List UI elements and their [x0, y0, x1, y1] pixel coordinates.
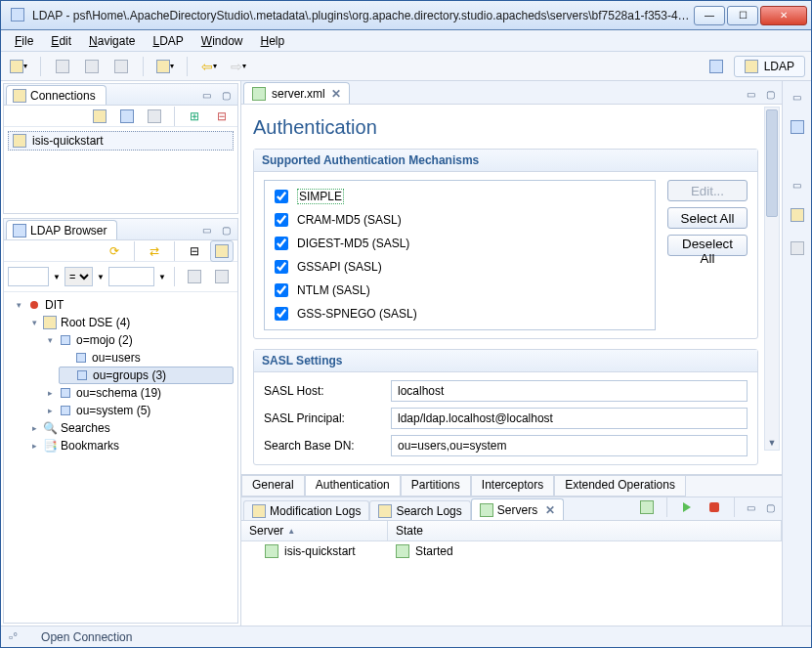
- server-row[interactable]: isis-quickstart Started: [241, 541, 782, 561]
- page-tab-partitions[interactable]: Partitions: [401, 476, 471, 497]
- minimize-view-icon[interactable]: ▭: [198, 87, 214, 103]
- mech-checkbox[interactable]: [275, 213, 288, 227]
- nav-back-button[interactable]: ⇦▾: [197, 56, 221, 77]
- new-connection-button[interactable]: [88, 106, 111, 127]
- link-editor-button[interactable]: ⇄: [143, 240, 166, 262]
- mech-item[interactable]: DIGEST-MD5 (SASL): [271, 234, 649, 253]
- filter-clear-button[interactable]: [210, 266, 234, 287]
- tree-node-searches[interactable]: ▸ 🔍 Searches: [27, 419, 234, 437]
- close-button[interactable]: ✕: [760, 6, 807, 25]
- restore-icon[interactable]: ▭: [790, 177, 805, 193]
- connections-tab[interactable]: Connections: [6, 85, 107, 105]
- page-tab-authentication[interactable]: Authentication: [305, 476, 401, 497]
- mech-checklist[interactable]: SIMPLE CRAM-MD5 (SASL) DIGEST-MD5 (SASL)…: [264, 180, 656, 330]
- minimize-button[interactable]: —: [694, 6, 725, 25]
- mech-checkbox[interactable]: [275, 260, 288, 274]
- open-perspective-button[interactable]: [705, 56, 728, 77]
- maximize-editor-icon[interactable]: ▢: [762, 86, 778, 102]
- sasl-host-input[interactable]: [391, 380, 748, 402]
- new-button[interactable]: ▾: [7, 56, 30, 77]
- filter-op-select[interactable]: =: [64, 267, 93, 286]
- editor-tab-serverxml[interactable]: server.xml ✕: [243, 82, 350, 104]
- mech-item[interactable]: GSS-SPNEGO (SASL): [271, 304, 649, 324]
- mech-item[interactable]: NTLM (SASL): [271, 281, 649, 300]
- tree-node[interactable]: ou=users: [59, 349, 234, 367]
- tab-search-logs[interactable]: Search Logs: [369, 500, 470, 520]
- tree-node-bookmarks[interactable]: ▸ 📑 Bookmarks: [27, 437, 234, 454]
- page-tab-general[interactable]: General: [241, 476, 305, 497]
- open-connection-button[interactable]: [115, 106, 139, 127]
- mech-checkbox[interactable]: [275, 190, 288, 203]
- menu-ldap[interactable]: LDAP: [145, 32, 191, 50]
- mech-checkbox[interactable]: [275, 237, 288, 250]
- restore-icon[interactable]: ▭: [790, 89, 805, 105]
- connections-list[interactable]: isis-quickstart: [4, 127, 237, 213]
- mech-checkbox[interactable]: [275, 283, 288, 297]
- ldap-browser-tab[interactable]: LDAP Browser: [6, 220, 117, 239]
- filter-apply-button[interactable]: [183, 266, 206, 287]
- show-dit-button[interactable]: [210, 240, 234, 262]
- progress-button[interactable]: [786, 204, 809, 226]
- servers-table[interactable]: Server ▲ State isis-quickstart Started: [241, 521, 782, 626]
- scroll-down-icon[interactable]: ▼: [765, 436, 779, 450]
- perspective-ldap[interactable]: LDAP: [734, 56, 805, 77]
- menu-navigate[interactable]: Navigate: [81, 32, 143, 50]
- edit-button[interactable]: Edit...: [667, 180, 748, 201]
- start-server-button[interactable]: [675, 497, 699, 518]
- tree-node-dit[interactable]: ▾ DIT: [12, 296, 234, 314]
- maximize-view-icon[interactable]: ▢: [218, 87, 234, 103]
- dropdown-icon[interactable]: ▼: [158, 273, 166, 281]
- menu-window[interactable]: Window: [193, 32, 251, 50]
- close-connection-button[interactable]: [143, 106, 166, 127]
- prefs-button[interactable]: [109, 56, 133, 77]
- mech-item[interactable]: SIMPLE: [271, 187, 649, 206]
- vertical-scrollbar[interactable]: ▲ ▼: [764, 107, 780, 451]
- dropdown-icon[interactable]: ▼: [53, 273, 61, 281]
- new-server-button[interactable]: [635, 497, 659, 518]
- menu-file[interactable]: File: [7, 32, 41, 50]
- minimize-view-icon[interactable]: ▭: [743, 499, 758, 515]
- select-all-button[interactable]: Select All: [667, 207, 748, 229]
- tree-node[interactable]: ▾ o=mojo (2): [43, 331, 234, 349]
- tree-node-rootdse[interactable]: ▾ Root DSE (4): [27, 314, 234, 331]
- minimize-editor-icon[interactable]: ▭: [743, 86, 758, 102]
- maximize-button[interactable]: ☐: [727, 6, 758, 25]
- refresh-button[interactable]: ⟳: [103, 240, 126, 262]
- minimize-view-icon[interactable]: ▭: [198, 222, 214, 238]
- connection-item[interactable]: isis-quickstart: [8, 131, 234, 151]
- collapse-all-button[interactable]: ⊟: [183, 240, 206, 262]
- col-server[interactable]: Server ▲: [241, 521, 388, 540]
- menu-help[interactable]: Help: [253, 32, 293, 50]
- mech-item[interactable]: CRAM-MD5 (SASL): [271, 210, 649, 230]
- stop-server-button[interactable]: [703, 497, 726, 518]
- search-basedn-input[interactable]: [391, 435, 748, 456]
- nav-forward-button[interactable]: ⇨▾: [227, 56, 250, 77]
- tab-modification-logs[interactable]: Modification Logs: [243, 500, 369, 520]
- tab-servers[interactable]: Servers✕: [471, 498, 564, 520]
- close-tab-icon[interactable]: ✕: [545, 503, 555, 517]
- sasl-principal-input[interactable]: [391, 408, 748, 429]
- progress-button-2[interactable]: [786, 238, 809, 259]
- deselect-all-button[interactable]: Deselect All: [667, 235, 748, 256]
- tree-node[interactable]: ▸ ou=system (5): [43, 402, 234, 419]
- page-tab-extended[interactable]: Extended Operations: [554, 476, 686, 497]
- close-editor-icon[interactable]: ✕: [331, 87, 341, 101]
- outline-button[interactable]: [786, 116, 809, 138]
- save-all-button[interactable]: [80, 56, 104, 77]
- mech-checkbox[interactable]: [275, 307, 288, 321]
- expand-button[interactable]: ⊞: [183, 106, 206, 127]
- tree-node-selected[interactable]: ou=groups (3): [59, 367, 234, 384]
- filter-value-input[interactable]: [108, 267, 154, 286]
- mech-item[interactable]: GSSAPI (SASL): [271, 257, 649, 277]
- page-tab-interceptors[interactable]: Interceptors: [471, 476, 554, 497]
- dropdown-icon[interactable]: ▼: [97, 273, 105, 281]
- titlebar[interactable]: LDAP - psf\Home\.ApacheDirectoryStudio\.…: [1, 1, 811, 30]
- scroll-thumb[interactable]: [766, 109, 778, 217]
- menu-edit[interactable]: Edit: [43, 32, 79, 50]
- fastview-icon[interactable]: ▫°: [9, 630, 18, 644]
- tree-node[interactable]: ▸ ou=schema (19): [43, 384, 234, 402]
- ldap-tree[interactable]: ▾ DIT ▾ Root DSE (4): [4, 292, 237, 623]
- col-state[interactable]: State: [388, 521, 782, 540]
- maximize-view-icon[interactable]: ▢: [218, 222, 234, 238]
- save-button[interactable]: [51, 56, 74, 77]
